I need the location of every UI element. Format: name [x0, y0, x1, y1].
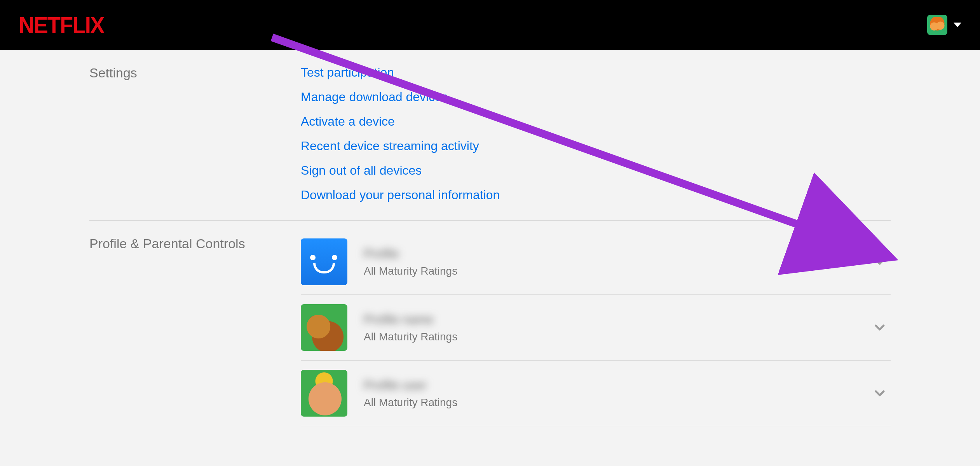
profile-menu-caret-icon[interactable] [954, 23, 961, 27]
profile-avatar-icon [301, 238, 347, 285]
profiles-list: Profile All Maturity Ratings Profile nam… [301, 236, 891, 426]
profile-maturity: All Maturity Ratings [364, 396, 869, 409]
settings-heading: Settings [89, 65, 301, 81]
profile-menu-avatar[interactable] [927, 15, 947, 35]
profile-name: Profile user [364, 378, 427, 392]
profile-name: Profile name [364, 312, 434, 327]
profile-maturity: All Maturity Ratings [364, 265, 869, 277]
profile-parental-heading: Profile & Parental Controls [89, 236, 301, 251]
link-activate-device[interactable]: Activate a device [301, 114, 395, 129]
profile-name: Profile [364, 247, 399, 261]
chevron-down-icon[interactable] [869, 320, 891, 335]
settings-links: Test participation Manage download devic… [301, 65, 891, 212]
chevron-down-icon[interactable] [869, 254, 891, 270]
link-manage-download-devices[interactable]: Manage download devices [301, 90, 448, 104]
profile-row[interactable]: Profile All Maturity Ratings [301, 236, 891, 295]
account-page-content: Settings Test participation Manage downl… [0, 50, 980, 466]
chevron-down-icon[interactable] [869, 385, 891, 401]
link-sign-out-all-devices[interactable]: Sign out of all devices [301, 163, 422, 178]
profile-maturity: All Maturity Ratings [364, 331, 869, 343]
link-test-participation[interactable]: Test participation [301, 65, 394, 80]
profile-avatar-icon [301, 304, 347, 351]
profile-avatar-icon [301, 370, 347, 417]
link-download-personal-info[interactable]: Download your personal information [301, 188, 500, 202]
profile-row[interactable]: Profile user All Maturity Ratings [301, 361, 891, 426]
netflix-logo[interactable]: NETFLIX [19, 12, 104, 38]
profile-row[interactable]: Profile name All Maturity Ratings [301, 295, 891, 361]
link-recent-streaming-activity[interactable]: Recent device streaming activity [301, 139, 479, 153]
topbar: NETFLIX [0, 0, 980, 50]
